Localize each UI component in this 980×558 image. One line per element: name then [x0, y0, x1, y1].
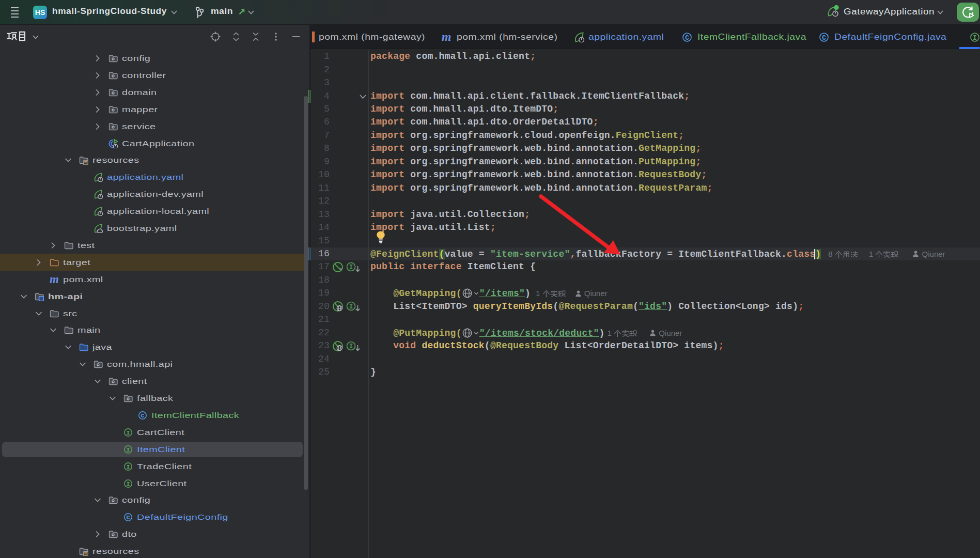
svg-text:I: I — [126, 429, 130, 436]
svg-text:I: I — [126, 481, 130, 487]
svg-text:C: C — [126, 514, 130, 521]
svg-text:I: I — [126, 463, 130, 470]
svg-text:I: I — [349, 303, 353, 311]
svg-text:C: C — [141, 412, 144, 419]
svg-text:I: I — [349, 264, 353, 271]
svg-text:I: I — [349, 343, 353, 350]
svg-text:I: I — [126, 446, 130, 453]
